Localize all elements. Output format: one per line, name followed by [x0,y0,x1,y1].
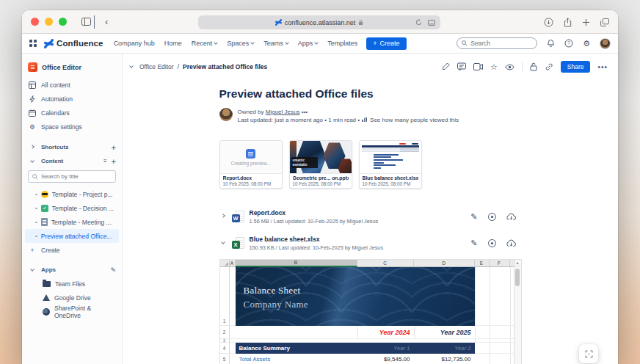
sidebar-menu-chevron-icon[interactable] [94,15,95,29]
year-2024-cell[interactable]: Year 2024 [357,326,414,339]
close-button[interactable] [31,18,39,26]
column-header-e[interactable]: E [475,260,490,267]
help-icon[interactable]: ? [564,39,573,48]
space-header[interactable]: ☰ Office Editor [22,61,122,73]
reload-icon[interactable] [415,19,422,26]
sidebar-item-automation[interactable]: Automation [22,92,122,106]
edit-file-pencil-icon[interactable]: ✎ [470,212,477,222]
preview-eye-icon[interactable] [487,239,497,247]
owner-link[interactable]: Miguel Jesus [266,109,300,115]
create-button[interactable]: +Create [366,37,406,50]
search-input[interactable] [470,40,529,47]
sidebar-item-all-content[interactable]: All content [22,78,122,92]
notifications-bell-icon[interactable] [547,39,555,48]
sidebar-create-item[interactable]: + Create [22,243,122,257]
page-meta: Last updated: just a moment ago • 1 min … [238,117,360,123]
year-2025-cell[interactable]: Year 2025 [414,326,475,339]
views-analytics-link[interactable]: See how many people viewed this [370,117,459,123]
download-cloud-icon[interactable] [506,213,516,221]
more-actions-button[interactable]: ••• [597,63,608,71]
total-assets-2024-cell[interactable]: $9,545.00 [357,354,414,364]
nav-recent[interactable]: Recent [192,40,218,47]
address-bar[interactable]: confluence.atlassian.net [198,15,440,29]
minimize-button[interactable] [45,18,53,26]
row-header-5[interactable]: 5 [220,354,230,364]
column-header-b[interactable]: B [236,260,357,267]
column-header-c[interactable]: C [357,260,414,267]
sidebar-item-space-settings[interactable]: ⚙ Space settings [22,120,122,134]
restrictions-lock-icon[interactable] [530,62,537,71]
preview-eye-icon[interactable] [487,213,497,221]
nav-teams[interactable]: Teams [263,40,288,47]
sidebar-toggle-icon[interactable] [81,18,91,26]
share-button[interactable]: Share [561,61,591,73]
star-icon[interactable]: ☆ [490,62,498,72]
reader-icon[interactable] [428,20,435,26]
sidebar-app-team-files[interactable]: Team Files [22,277,122,291]
row-header-4[interactable]: 4 [220,343,230,354]
download-cloud-icon[interactable] [506,239,516,247]
nav-templates[interactable]: Templates [327,40,357,47]
sidebar-search-input[interactable] [41,173,107,180]
sidebar-page-template-meeting[interactable]: • Template - Meeting ... [25,215,119,229]
row-header-2[interactable]: 2 [220,326,230,339]
row-header-1[interactable]: 1 [220,267,230,326]
tab-overview-icon[interactable] [600,18,609,26]
comments-icon[interactable] [457,62,466,71]
add-content-button[interactable]: + [112,157,116,166]
sidebar-search[interactable] [28,170,116,183]
scrollbar-thumb[interactable] [515,269,520,286]
watch-eye-icon[interactable] [505,64,514,70]
apps-section-header[interactable]: Apps ✎ [22,263,122,277]
video-record-icon[interactable] [473,63,483,70]
card-blue-balance-sheet-xlsx[interactable]: Blue balance sheet.xlsx 10 Feb 2025, 08:… [359,140,422,189]
sidebar-item-calendars[interactable]: Calendars [22,106,122,120]
add-shortcut-button[interactable]: + [112,143,116,152]
file-name[interactable]: Report.docx [250,209,466,216]
total-assets-2025-cell[interactable]: $12,735.00 [414,354,475,364]
nav-home[interactable]: Home [164,40,182,47]
breadcrumb-space-link[interactable]: Office Editor [139,63,174,70]
scroll-up-arrow-icon[interactable]: ▲ [514,260,521,266]
total-assets-label-cell[interactable]: Total Assets [236,354,357,364]
edit-file-pencil-icon[interactable]: ✎ [470,239,477,248]
edit-page-icon[interactable] [441,62,450,71]
expand-chevron-icon[interactable] [219,216,227,217]
new-tab-icon[interactable] [582,18,590,26]
expand-preview-button[interactable] [579,344,598,363]
share-icon[interactable] [564,18,572,27]
collapse-sidebar-chevron-icon[interactable] [127,66,136,68]
shortcuts-section-header[interactable]: Shortcuts + [22,140,122,154]
zoom-button[interactable] [59,18,67,26]
edit-apps-pencil-icon[interactable]: ✎ [110,266,116,274]
sidebar-app-google-drive[interactable]: Google Drive [22,291,122,305]
sidebar-app-sharepoint-onedrive[interactable]: SharePoint & OneDrive [22,305,122,318]
column-header-a[interactable]: A [230,260,236,267]
collapse-chevron-icon[interactable] [219,242,227,244]
filter-icon[interactable]: ≡ [103,159,107,164]
nav-spaces[interactable]: Spaces [227,40,254,47]
sidebar-page-template-decision[interactable]: • ✓ Template - Decision ... [25,201,119,215]
owner-avatar[interactable] [219,108,233,121]
card-report-docx[interactable]: Creating preview... Report.docx 10 Feb 2… [219,140,283,189]
sidebar-page-template-project[interactable]: • Template - Project p... [25,187,119,201]
preview-scrollbar[interactable]: ▲ [514,260,521,364]
downloads-icon[interactable] [544,18,553,27]
column-header-d[interactable]: D [414,260,475,267]
column-header-f[interactable]: F [490,260,510,267]
user-avatar[interactable] [600,38,611,49]
nav-company-hub[interactable]: Company hub [114,40,155,47]
content-section-header[interactable]: Content ≡ + [22,154,122,168]
sidebar-page-preview-attached-office[interactable]: • Preview attached Office... [25,229,119,243]
settings-gear-icon[interactable]: ⚙ [583,39,590,48]
select-all-corner[interactable] [220,260,230,267]
global-search[interactable] [457,37,537,49]
app-switcher-icon[interactable] [29,40,37,47]
link-icon[interactable] [545,62,553,71]
owner-more-button[interactable]: ••• [302,109,308,115]
file-name[interactable]: Blue balance sheet.xlsx [250,236,466,243]
card-geometric-pptx[interactable]: ometric esentatio Geometric pre... on.pp… [289,140,352,189]
nav-apps[interactable]: Apps [298,40,319,47]
confluence-brand[interactable]: Confluence [44,39,103,48]
back-button[interactable]: ‹ [105,16,108,27]
